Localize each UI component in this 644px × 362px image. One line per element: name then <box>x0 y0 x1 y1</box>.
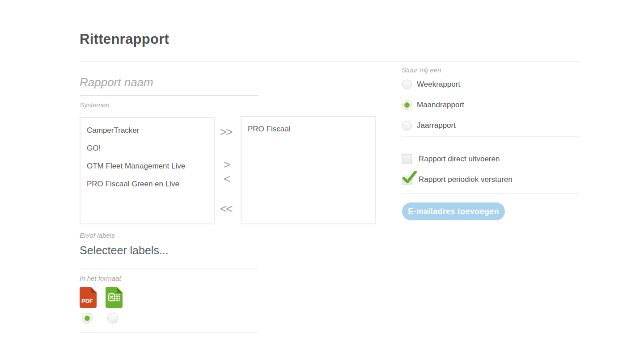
checkbox-label: Rapport periodiek versturen <box>419 175 513 184</box>
checkbox-rapport-direct[interactable] <box>402 154 412 164</box>
list-item[interactable]: OTM Fleet Management Live <box>87 157 208 175</box>
radio-label: Maandrapport <box>417 101 464 109</box>
schedule-divider <box>402 136 580 137</box>
systems-label: Systemen <box>80 101 110 109</box>
labels-label: En/of labels <box>80 232 114 239</box>
check-row-direct[interactable]: Rapport direct uitvoeren <box>402 154 500 164</box>
labels-select[interactable]: Selecteer labels... <box>80 244 169 257</box>
checkmark-icon <box>402 171 417 185</box>
radio-row-jaarrapport[interactable]: Jaarrapport <box>402 121 456 130</box>
list-item[interactable]: PRO Fiscaal <box>248 122 369 137</box>
move-all-left-button[interactable]: << <box>220 202 232 216</box>
radio-row-maandrapport[interactable]: Maandrapport <box>402 100 464 110</box>
format-divider <box>80 332 258 333</box>
radio-label: Jaarrapport <box>417 121 456 130</box>
list-item[interactable]: PRO Fiscaal Green en Live <box>87 175 208 193</box>
systems-selected-list[interactable]: PRO Fiscaal <box>241 116 376 224</box>
radio-row-weekrapport[interactable]: Weekrapport <box>402 80 460 89</box>
header-divider <box>80 61 580 62</box>
pdf-label: PDF <box>80 298 95 304</box>
format-radio-excel[interactable] <box>107 313 118 324</box>
checkbox-label: Rapport direct uitvoeren <box>419 155 500 164</box>
check-row-periodiek[interactable]: Rapport periodiek versturen <box>402 175 513 185</box>
checkbox-rapport-periodiek[interactable] <box>402 175 412 185</box>
format-label: In het formaat <box>80 274 121 282</box>
rittenrapport-form-page: Rittenrapport Systemen CamperTracker GO!… <box>0 0 644 362</box>
list-item[interactable]: GO! <box>87 139 208 157</box>
page-title: Rittenrapport <box>80 31 169 47</box>
add-email-button[interactable]: E-mailadres toevoegen <box>402 202 505 220</box>
radio-weekrapport[interactable] <box>402 80 412 89</box>
move-right-button[interactable]: > <box>224 158 229 172</box>
move-left-button[interactable]: < <box>224 172 229 186</box>
move-all-right-button[interactable]: >> <box>220 125 232 139</box>
report-name-input[interactable] <box>80 70 258 96</box>
pdf-file-icon[interactable]: PDF <box>80 287 97 308</box>
excel-glyph-icon <box>108 293 120 303</box>
schedule-label: Stuur mij een <box>402 66 441 74</box>
radio-label: Weekrapport <box>417 80 460 89</box>
radio-jaarrapport[interactable] <box>402 121 412 130</box>
delivery-divider <box>402 193 580 194</box>
list-item[interactable]: CamperTracker <box>87 122 208 139</box>
systems-available-list[interactable]: CamperTracker GO! OTM Fleet Management L… <box>80 117 215 224</box>
format-radio-pdf[interactable] <box>82 313 93 324</box>
radio-maandrapport[interactable] <box>402 100 412 110</box>
excel-file-icon[interactable] <box>106 287 123 308</box>
labels-divider <box>80 269 258 269</box>
